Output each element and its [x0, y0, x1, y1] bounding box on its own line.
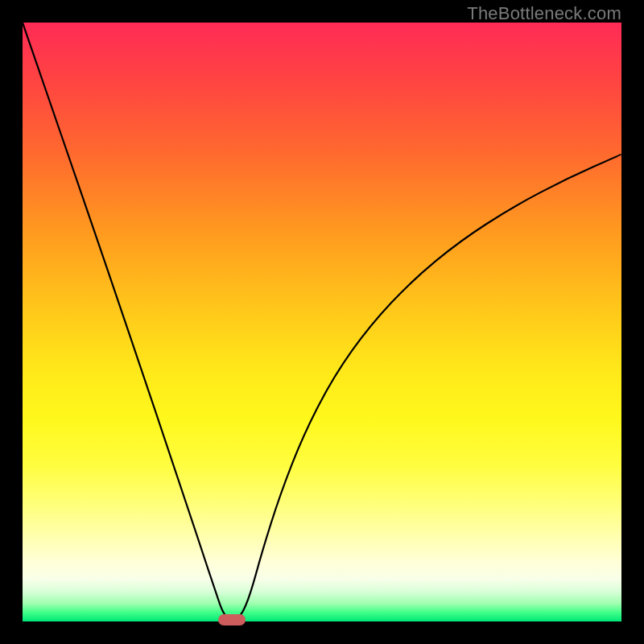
watermark-text: TheBottleneck.com [467, 3, 621, 24]
chart-marker [218, 614, 246, 625]
chart-plot-area [23, 23, 621, 621]
chart-curve-svg [23, 23, 621, 621]
curve-path [23, 23, 621, 620]
chart-frame: TheBottleneck.com [0, 0, 644, 644]
